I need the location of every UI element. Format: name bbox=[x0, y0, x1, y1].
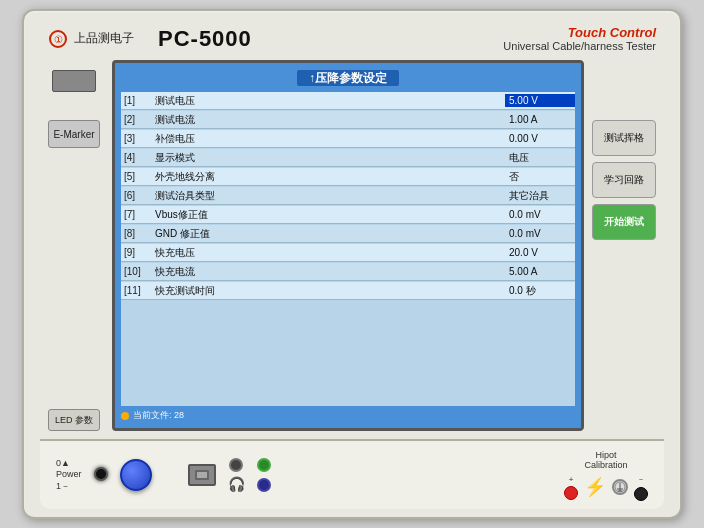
hipot-section: HipotCalibration + ⚡ － bbox=[564, 450, 648, 501]
param-name: 测试治具类型 bbox=[153, 188, 505, 204]
param-index: [5] bbox=[121, 171, 153, 182]
power-label-0: 0▲ bbox=[56, 458, 82, 468]
param-value: 0.00 V bbox=[505, 132, 575, 145]
param-value: 电压 bbox=[505, 150, 575, 166]
svg-rect-3 bbox=[197, 472, 207, 478]
device-header: ① 上品测电子 PC-5000 Touch Control Universal … bbox=[40, 21, 664, 60]
touch-control-title: Touch Control bbox=[503, 25, 656, 40]
blue-power-button[interactable] bbox=[120, 459, 152, 491]
audio-jack-green bbox=[257, 458, 271, 472]
table-row[interactable]: [2]测试电流1.00 A bbox=[121, 111, 575, 129]
param-name: GND 修正值 bbox=[153, 226, 505, 242]
model-name: PC-5000 bbox=[158, 26, 252, 52]
param-name: 快充测试时间 bbox=[153, 283, 505, 299]
brand-logo-icon: ① bbox=[48, 29, 68, 49]
table-row[interactable]: [11]快充测试时间0.0 秒 bbox=[121, 282, 575, 300]
table-row[interactable]: [3]补偿电压0.00 V bbox=[121, 130, 575, 148]
param-name: 快充电流 bbox=[153, 264, 505, 280]
param-index: [9] bbox=[121, 247, 153, 258]
param-index: [7] bbox=[121, 209, 153, 220]
hipot-label: HipotCalibration bbox=[584, 450, 627, 470]
right-panel-button[interactable]: 测试挥格 bbox=[592, 120, 656, 156]
small-display-box bbox=[52, 70, 96, 92]
table-row[interactable]: [9]快充电压20.0 V bbox=[121, 244, 575, 262]
left-panel: E-Marker LED 参数 bbox=[44, 60, 104, 431]
param-name: 测试电流 bbox=[153, 112, 505, 128]
minus-label: － bbox=[637, 474, 645, 485]
table-row[interactable]: [4]显示模式电压 bbox=[121, 149, 575, 167]
table-row[interactable]: [7]Vbus修正值0.0 mV bbox=[121, 206, 575, 224]
hipot-controls: + ⚡ － bbox=[564, 474, 648, 501]
brand-name: 上品测电子 bbox=[74, 30, 134, 47]
param-value: 20.0 V bbox=[505, 246, 575, 259]
right-panel-button[interactable]: 开始测试 bbox=[592, 204, 656, 240]
touch-control-area: Touch Control Universal Cable/harness Te… bbox=[503, 25, 656, 52]
param-value: 0.0 秒 bbox=[505, 283, 575, 299]
ground-terminal bbox=[612, 479, 628, 495]
table-row[interactable]: [5]外壳地线分离否 bbox=[121, 168, 575, 186]
param-value: 0.0 mV bbox=[505, 227, 575, 240]
brand-area: ① 上品测电子 bbox=[48, 29, 134, 49]
lightning-icon: ⚡ bbox=[584, 476, 606, 498]
device-body: ① 上品测电子 PC-5000 Touch Control Universal … bbox=[22, 9, 682, 519]
hipot-minus-terminal: － bbox=[634, 474, 648, 501]
red-terminal bbox=[564, 486, 578, 500]
table-row[interactable]: [1]测试电压5.00 V bbox=[121, 92, 575, 110]
e-marker-button[interactable]: E-Marker bbox=[48, 120, 100, 148]
param-index: [3] bbox=[121, 133, 153, 144]
audio-jack-blue bbox=[257, 478, 271, 492]
table-row[interactable]: [8]GND 修正值0.0 mV bbox=[121, 225, 575, 243]
param-name: 显示模式 bbox=[153, 150, 505, 166]
footer-dot-icon bbox=[121, 412, 129, 420]
headphone-jack bbox=[229, 458, 243, 472]
param-value: 5.00 V bbox=[505, 94, 575, 107]
table-row[interactable]: [10]快充电流5.00 A bbox=[121, 263, 575, 281]
param-name: 快充电压 bbox=[153, 245, 505, 261]
footer-text: 当前文件: 28 bbox=[133, 409, 184, 422]
table-row[interactable]: [6]测试治具类型其它治具 bbox=[121, 187, 575, 205]
param-index: [11] bbox=[121, 285, 153, 296]
param-table: [1]测试电压5.00 V[2]测试电流1.00 A[3]补偿电压0.00 V[… bbox=[121, 92, 575, 406]
headphone-icon: 🎧 bbox=[228, 476, 245, 492]
param-index: [1] bbox=[121, 95, 153, 106]
right-panel: 测试挥格学习回路开始测试 bbox=[592, 60, 660, 431]
svg-text:①: ① bbox=[54, 34, 63, 45]
param-index: [10] bbox=[121, 266, 153, 277]
power-label-1: 1－ bbox=[56, 480, 82, 493]
param-index: [8] bbox=[121, 228, 153, 239]
bottom-panel: 0▲ Power 1－ 🎧 HipotCalibration + bbox=[40, 439, 664, 509]
param-name: 测试电压 bbox=[153, 93, 505, 109]
screen-footer: 当前文件: 28 bbox=[121, 409, 575, 422]
power-indicator: 0▲ Power 1－ bbox=[56, 458, 82, 493]
param-index: [6] bbox=[121, 190, 153, 201]
param-name: Vbus修正值 bbox=[153, 207, 505, 223]
param-value: 1.00 A bbox=[505, 113, 575, 126]
param-index: [2] bbox=[121, 114, 153, 125]
power-led-indicator bbox=[94, 467, 108, 481]
led-params-button[interactable]: LED 参数 bbox=[48, 409, 100, 431]
right-panel-button[interactable]: 学习回路 bbox=[592, 162, 656, 198]
power-label-power: Power bbox=[56, 469, 82, 479]
param-value: 其它治具 bbox=[505, 188, 575, 204]
hipot-plus-terminal: + bbox=[564, 475, 578, 500]
screen-section: E-Marker LED 参数 ↑压降参数设定 [1]测试电压5.00 V[2]… bbox=[40, 60, 664, 431]
param-index: [4] bbox=[121, 152, 153, 163]
lcd-screen: ↑压降参数设定 [1]测试电压5.00 V[2]测试电流1.00 A[3]补偿电… bbox=[112, 60, 584, 431]
param-name: 补偿电压 bbox=[153, 131, 505, 147]
param-value: 否 bbox=[505, 169, 575, 185]
touch-control-subtitle: Universal Cable/harness Tester bbox=[503, 40, 656, 52]
black-terminal bbox=[634, 487, 648, 501]
param-value: 0.0 mV bbox=[505, 208, 575, 221]
param-name: 外壳地线分离 bbox=[153, 169, 505, 185]
usb-port[interactable] bbox=[188, 464, 216, 486]
plus-label: + bbox=[569, 475, 574, 484]
param-value: 5.00 A bbox=[505, 265, 575, 278]
screen-title: ↑压降参数设定 bbox=[121, 69, 575, 88]
